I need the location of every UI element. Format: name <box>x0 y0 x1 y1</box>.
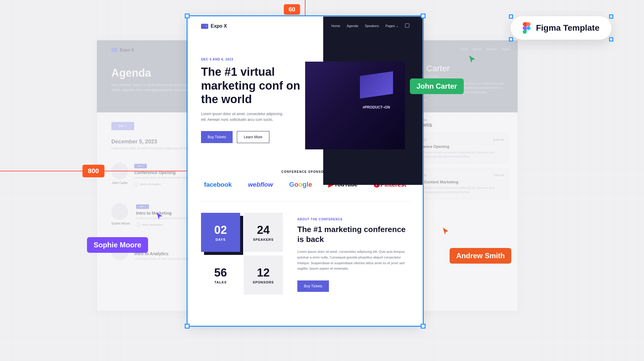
main-frame-homepage[interactable]: Expo X Home Agenda Speakers Pages DEC 5 … <box>188 17 423 326</box>
figma-template-label: Figma Template <box>536 23 599 33</box>
cursor-andrew <box>441 227 450 235</box>
session-time: 2:00 PM <box>494 174 504 177</box>
about-eyebrow: ABOUT THE CONFERENCE <box>297 218 409 221</box>
arrow-icon: → <box>134 182 138 186</box>
nav-agenda[interactable]: Agenda <box>347 24 358 28</box>
nav-speakers: Speakers <box>486 47 497 50</box>
day-pill: DAY 1 <box>136 204 149 209</box>
session-time: 10:00 AM <box>493 138 504 141</box>
nav-home: Home <box>461 47 468 50</box>
session-title: SEO & Content Marketing <box>411 180 504 184</box>
stat-label: SPEAKERS <box>253 238 274 241</box>
speaker-name: Sophie Moore <box>111 222 130 225</box>
stat-speakers: 24 SPEAKERS <box>244 213 283 252</box>
collaborator-label-john: John Carter <box>410 78 464 94</box>
stat-label: SPONSORS <box>253 280 274 284</box>
resize-handle-tr[interactable] <box>609 14 613 19</box>
nav-speakers[interactable]: Speakers <box>365 24 379 28</box>
collaborator-label-sophie: Sophie Moore <box>87 237 148 253</box>
session-title: Conference Opening <box>411 144 504 149</box>
cursor-sophie <box>155 212 164 220</box>
stat-talks: 56 TALKS <box>201 255 240 295</box>
stat-number: 12 <box>257 266 270 279</box>
resize-handle-tl[interactable] <box>509 14 513 19</box>
logo-text: Expo X <box>211 23 227 29</box>
figma-template-pill[interactable]: Figma Template <box>511 16 611 40</box>
about-headline: The #1 marketing conference is back <box>297 225 409 244</box>
stat-label: TALKS <box>215 280 227 284</box>
cursor-john <box>468 55 477 64</box>
resize-handle-bl[interactable] <box>509 37 513 41</box>
stat-number: 02 <box>214 224 227 237</box>
hero-section: DEC 5 AND 6, 2023 The #1 virtual marketi… <box>188 36 423 158</box>
nav-pages-dropdown[interactable]: Pages <box>385 24 398 28</box>
figma-logo-icon <box>523 22 531 34</box>
day-pill: DAY 1 <box>134 164 147 168</box>
about-section: 02 DAYS 24 SPEAKERS 56 TALKS 12 SPONSORS… <box>188 207 423 301</box>
about-body: Lorem ipsum dolor sit amet, consectetur … <box>297 249 409 271</box>
session-text: Lorem ipsum dolor sit amet consectetur a… <box>411 186 504 194</box>
hero-eyebrow: DEC 5 AND 6, 2023 <box>201 57 304 61</box>
stat-days: 02 DAYS <box>201 213 240 252</box>
logo[interactable]: Expo X <box>201 23 227 29</box>
logo-icon <box>111 48 117 52</box>
cart-icon[interactable] <box>405 23 409 28</box>
nav-pages: Pages <box>501 47 509 50</box>
stat-sponsors: 12 SPONSORS <box>244 255 283 295</box>
hero-image <box>305 62 405 149</box>
sponsor-webflow: webflow <box>248 181 273 188</box>
stat-number: 24 <box>257 224 270 237</box>
buy-tickets-button[interactable]: Buy Tickets <box>201 131 233 143</box>
hero-body: Lorem ipsum dolor sit amet, consectetur … <box>201 111 285 123</box>
measurement-line-vertical <box>305 0 305 16</box>
speaker-name: John Carter <box>111 181 128 185</box>
sponsor-facebook: facebook <box>204 181 232 188</box>
session-text: Lorem ipsum dolor sit amet consectetur a… <box>411 151 504 159</box>
divider <box>201 201 409 201</box>
measurement-badge-top: 60 <box>284 4 300 15</box>
avatar <box>111 203 128 220</box>
stats-grid: 02 DAYS 24 SPEAKERS 56 TALKS 12 SPONSORS <box>201 213 283 295</box>
sponsor-google: Google <box>289 181 312 188</box>
day-tab: DAY 1 <box>111 122 134 130</box>
logo-icon <box>201 24 208 29</box>
collaborator-label-andrew: Andrew Smith <box>450 248 511 264</box>
stat-label: DAYS <box>215 238 226 241</box>
learn-more-button[interactable]: Learn More <box>237 131 269 143</box>
resize-handle-br[interactable] <box>609 37 613 41</box>
nav-agenda: Agenda <box>472 47 481 50</box>
arrow-icon: → <box>136 223 140 227</box>
logo-text: Expo X <box>120 47 134 52</box>
measurement-badge-left: 800 <box>82 165 104 177</box>
hero-headline: The #1 virtual marketing conf on the wor… <box>201 65 304 106</box>
nav-links: Home Agenda Speakers Pages <box>331 24 409 28</box>
linkedin-icon: in <box>423 99 426 102</box>
buy-tickets-button[interactable]: Buy Tickets <box>297 280 329 292</box>
stat-number: 56 <box>214 266 227 279</box>
nav-home[interactable]: Home <box>331 24 340 28</box>
